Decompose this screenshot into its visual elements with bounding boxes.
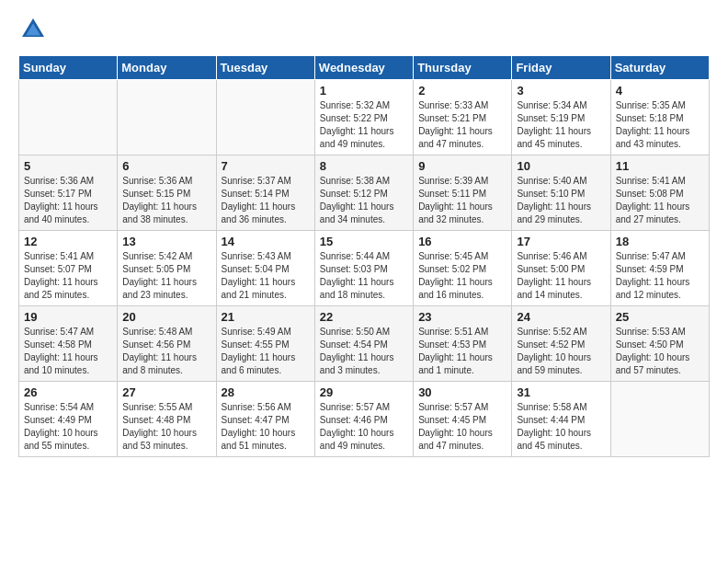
day-info: Sunrise: 5:36 AM Sunset: 5:17 PM Dayligh…	[24, 175, 112, 226]
day-info: Sunrise: 5:34 AM Sunset: 5:19 PM Dayligh…	[517, 99, 605, 151]
day-info: Sunrise: 5:47 AM Sunset: 4:58 PM Dayligh…	[24, 326, 112, 377]
weekday-header-saturday: Saturday	[610, 56, 709, 80]
calendar-cell: 10Sunrise: 5:40 AM Sunset: 5:10 PM Dayli…	[512, 155, 610, 231]
weekday-row: SundayMondayTuesdayWednesdayThursdayFrid…	[19, 56, 710, 80]
calendar-cell: 30Sunrise: 5:57 AM Sunset: 4:45 PM Dayli…	[414, 382, 512, 457]
calendar-cell	[610, 382, 709, 457]
day-info: Sunrise: 5:53 AM Sunset: 4:50 PM Dayligh…	[616, 326, 704, 377]
calendar-cell: 25Sunrise: 5:53 AM Sunset: 4:50 PM Dayli…	[610, 306, 709, 382]
calendar-cell: 19Sunrise: 5:47 AM Sunset: 4:58 PM Dayli…	[19, 306, 118, 382]
day-info: Sunrise: 5:41 AM Sunset: 5:08 PM Dayligh…	[616, 175, 704, 226]
day-info: Sunrise: 5:44 AM Sunset: 5:03 PM Dayligh…	[320, 250, 408, 302]
calendar-cell	[19, 80, 118, 155]
weekday-header-sunday: Sunday	[19, 56, 118, 80]
day-number: 7	[222, 159, 310, 173]
calendar-cell: 31Sunrise: 5:58 AM Sunset: 4:44 PM Dayli…	[512, 382, 610, 457]
calendar-week-4: 19Sunrise: 5:47 AM Sunset: 4:58 PM Dayli…	[19, 306, 710, 382]
day-number: 1	[320, 84, 408, 98]
day-number: 28	[222, 385, 310, 399]
day-info: Sunrise: 5:43 AM Sunset: 5:04 PM Dayligh…	[222, 250, 310, 302]
calendar-cell: 14Sunrise: 5:43 AM Sunset: 5:04 PM Dayli…	[216, 231, 314, 306]
calendar-cell: 29Sunrise: 5:57 AM Sunset: 4:46 PM Dayli…	[314, 382, 413, 457]
day-number: 3	[517, 84, 605, 98]
calendar-body: 1Sunrise: 5:32 AM Sunset: 5:22 PM Daylig…	[19, 80, 710, 457]
calendar-week-3: 12Sunrise: 5:41 AM Sunset: 5:07 PM Dayli…	[19, 231, 710, 306]
day-number: 2	[418, 84, 506, 98]
day-number: 14	[222, 235, 310, 248]
calendar-cell: 2Sunrise: 5:33 AM Sunset: 5:21 PM Daylig…	[414, 80, 512, 155]
calendar-cell	[118, 80, 216, 155]
calendar-week-1: 1Sunrise: 5:32 AM Sunset: 5:22 PM Daylig…	[19, 80, 710, 155]
calendar-cell: 1Sunrise: 5:32 AM Sunset: 5:22 PM Daylig…	[314, 80, 413, 155]
day-info: Sunrise: 5:41 AM Sunset: 5:07 PM Dayligh…	[24, 250, 112, 302]
weekday-header-wednesday: Wednesday	[314, 56, 413, 80]
day-info: Sunrise: 5:42 AM Sunset: 5:05 PM Dayligh…	[122, 250, 210, 302]
calendar-cell: 24Sunrise: 5:52 AM Sunset: 4:52 PM Dayli…	[512, 306, 610, 382]
calendar-header: SundayMondayTuesdayWednesdayThursdayFrid…	[19, 56, 710, 80]
calendar-cell: 13Sunrise: 5:42 AM Sunset: 5:05 PM Dayli…	[118, 231, 216, 306]
day-number: 23	[418, 310, 506, 324]
weekday-header-thursday: Thursday	[414, 56, 512, 80]
calendar-cell: 17Sunrise: 5:46 AM Sunset: 5:00 PM Dayli…	[512, 231, 610, 306]
day-number: 15	[320, 235, 408, 248]
day-number: 17	[517, 235, 605, 248]
day-number: 25	[616, 310, 704, 324]
day-info: Sunrise: 5:57 AM Sunset: 4:46 PM Dayligh…	[320, 401, 408, 453]
calendar-cell: 3Sunrise: 5:34 AM Sunset: 5:19 PM Daylig…	[512, 80, 610, 155]
day-info: Sunrise: 5:50 AM Sunset: 4:54 PM Dayligh…	[320, 326, 408, 377]
calendar-cell: 28Sunrise: 5:56 AM Sunset: 4:47 PM Dayli…	[216, 382, 314, 457]
day-info: Sunrise: 5:32 AM Sunset: 5:22 PM Dayligh…	[320, 99, 408, 151]
calendar-cell: 11Sunrise: 5:41 AM Sunset: 5:08 PM Dayli…	[610, 155, 709, 231]
calendar-cell: 6Sunrise: 5:36 AM Sunset: 5:15 PM Daylig…	[118, 155, 216, 231]
day-info: Sunrise: 5:33 AM Sunset: 5:21 PM Dayligh…	[418, 99, 506, 151]
day-number: 9	[418, 159, 506, 173]
day-info: Sunrise: 5:48 AM Sunset: 4:56 PM Dayligh…	[122, 326, 210, 377]
logo	[18, 15, 51, 44]
day-number: 16	[418, 235, 506, 248]
day-info: Sunrise: 5:39 AM Sunset: 5:11 PM Dayligh…	[418, 175, 506, 226]
day-number: 22	[320, 310, 408, 324]
calendar-cell: 16Sunrise: 5:45 AM Sunset: 5:02 PM Dayli…	[414, 231, 512, 306]
day-number: 8	[320, 159, 408, 173]
day-number: 6	[122, 159, 210, 173]
day-number: 29	[320, 385, 408, 399]
day-number: 19	[24, 310, 112, 324]
day-info: Sunrise: 5:55 AM Sunset: 4:48 PM Dayligh…	[122, 401, 210, 453]
day-number: 30	[418, 385, 506, 399]
day-number: 11	[616, 159, 704, 173]
day-info: Sunrise: 5:45 AM Sunset: 5:02 PM Dayligh…	[418, 250, 506, 302]
logo-icon	[18, 15, 48, 44]
day-number: 26	[24, 385, 112, 399]
day-number: 10	[517, 159, 605, 173]
calendar-cell: 8Sunrise: 5:38 AM Sunset: 5:12 PM Daylig…	[314, 155, 413, 231]
page-header	[18, 15, 710, 44]
calendar-cell: 4Sunrise: 5:35 AM Sunset: 5:18 PM Daylig…	[610, 80, 709, 155]
calendar-cell: 20Sunrise: 5:48 AM Sunset: 4:56 PM Dayli…	[118, 306, 216, 382]
day-number: 4	[616, 84, 704, 98]
calendar-cell: 23Sunrise: 5:51 AM Sunset: 4:53 PM Dayli…	[414, 306, 512, 382]
day-number: 24	[517, 310, 605, 324]
day-info: Sunrise: 5:52 AM Sunset: 4:52 PM Dayligh…	[517, 326, 605, 377]
day-number: 5	[24, 159, 112, 173]
day-info: Sunrise: 5:46 AM Sunset: 5:00 PM Dayligh…	[517, 250, 605, 302]
calendar-cell: 26Sunrise: 5:54 AM Sunset: 4:49 PM Dayli…	[19, 382, 118, 457]
day-number: 20	[122, 310, 210, 324]
day-number: 18	[616, 235, 704, 248]
calendar-cell: 12Sunrise: 5:41 AM Sunset: 5:07 PM Dayli…	[19, 231, 118, 306]
day-number: 21	[222, 310, 310, 324]
calendar-cell: 9Sunrise: 5:39 AM Sunset: 5:11 PM Daylig…	[414, 155, 512, 231]
day-info: Sunrise: 5:57 AM Sunset: 4:45 PM Dayligh…	[418, 401, 506, 453]
calendar-cell: 7Sunrise: 5:37 AM Sunset: 5:14 PM Daylig…	[216, 155, 314, 231]
day-info: Sunrise: 5:40 AM Sunset: 5:10 PM Dayligh…	[517, 175, 605, 226]
calendar-week-5: 26Sunrise: 5:54 AM Sunset: 4:49 PM Dayli…	[19, 382, 710, 457]
day-info: Sunrise: 5:38 AM Sunset: 5:12 PM Dayligh…	[320, 175, 408, 226]
calendar-cell: 21Sunrise: 5:49 AM Sunset: 4:55 PM Dayli…	[216, 306, 314, 382]
page-container: SundayMondayTuesdayWednesdayThursdayFrid…	[0, 0, 728, 466]
weekday-header-monday: Monday	[118, 56, 216, 80]
calendar-week-2: 5Sunrise: 5:36 AM Sunset: 5:17 PM Daylig…	[19, 155, 710, 231]
day-info: Sunrise: 5:56 AM Sunset: 4:47 PM Dayligh…	[222, 401, 310, 453]
day-info: Sunrise: 5:58 AM Sunset: 4:44 PM Dayligh…	[517, 401, 605, 453]
day-number: 31	[517, 385, 605, 399]
day-info: Sunrise: 5:47 AM Sunset: 4:59 PM Dayligh…	[616, 250, 704, 302]
calendar-cell: 5Sunrise: 5:36 AM Sunset: 5:17 PM Daylig…	[19, 155, 118, 231]
